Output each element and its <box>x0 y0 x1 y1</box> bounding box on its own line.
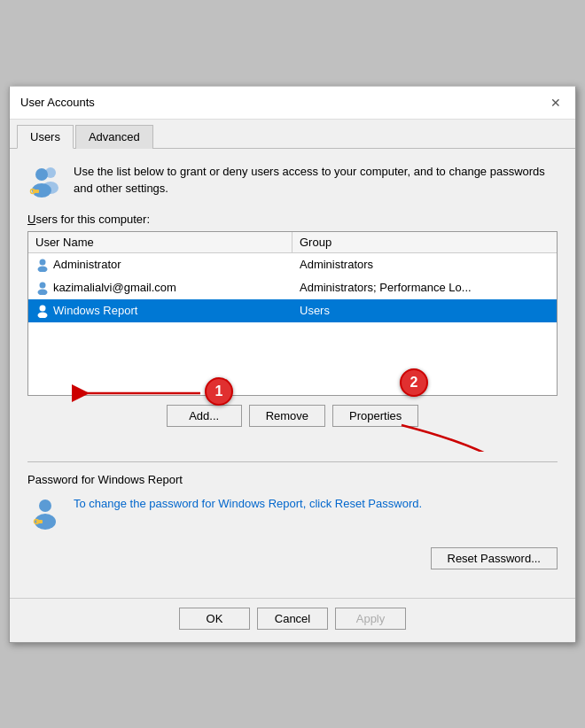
svg-point-9 <box>38 289 48 295</box>
cell-group-0: Administrators <box>292 256 557 274</box>
section-label-rest: sers for this computer: <box>35 213 150 226</box>
table-header: User Name Group <box>28 232 557 253</box>
reset-btn-row: Reset Password... <box>27 547 558 569</box>
remove-button[interactable]: Remove <box>249 405 325 427</box>
password-user-icon <box>27 495 63 531</box>
tab-advanced[interactable]: Advanced <box>75 125 153 149</box>
main-content: Use the list below to grant or deny user… <box>10 149 575 598</box>
cell-username-1: kazimalialvi@gmail.com <box>28 279 292 297</box>
user-accounts-window: User Accounts ✕ Users Advanced <box>9 86 576 643</box>
password-title: Password for Windows Report <box>27 473 558 486</box>
cell-username-2: Windows Report <box>28 302 292 320</box>
user-icon-0 <box>35 258 50 272</box>
reset-password-button[interactable]: Reset Password... <box>431 547 558 569</box>
table-row[interactable]: Administrator Administrators <box>28 253 557 276</box>
svg-point-6 <box>40 259 46 265</box>
divider <box>27 461 558 462</box>
properties-button[interactable]: Properties <box>332 405 418 427</box>
info-icon <box>27 163 63 198</box>
svg-point-12 <box>39 500 51 512</box>
table-body: Administrator Administrators kazimalialv… <box>28 253 557 395</box>
bottom-buttons: OK Cancel Apply <box>10 598 575 642</box>
password-text: To change the password for Windows Repor… <box>74 495 558 513</box>
cell-group-1: Administrators; Performance Lo... <box>292 279 557 297</box>
ok-button[interactable]: OK <box>179 608 250 630</box>
table-row-selected[interactable]: Windows Report Users <box>28 299 557 322</box>
password-section: Password for Windows Report To change th… <box>27 473 558 569</box>
annotation-1: 1 <box>205 377 233 406</box>
user-icon-1 <box>35 281 50 295</box>
annotation-2: 2 <box>400 368 428 397</box>
password-row: To change the password for Windows Repor… <box>27 495 558 533</box>
user-table: User Name Group Administrator Administra… <box>27 231 558 396</box>
svg-point-8 <box>40 282 46 288</box>
col-username: User Name <box>28 232 292 252</box>
title-bar: User Accounts ✕ <box>10 87 575 120</box>
table-row[interactable]: kazimalialvi@gmail.com Administrators; P… <box>28 276 557 299</box>
svg-point-11 <box>38 312 48 318</box>
tab-bar: Users Advanced <box>10 120 575 149</box>
close-button[interactable]: ✕ <box>547 94 565 112</box>
section-label: Users for this computer: <box>27 213 558 226</box>
svg-point-2 <box>35 168 48 181</box>
info-text: Use the list below to grant or deny user… <box>74 163 558 197</box>
section-label-u: U <box>27 213 35 226</box>
user-table-wrapper: User Name Group Administrator Administra… <box>27 231 558 396</box>
info-row: Use the list below to grant or deny user… <box>27 163 558 198</box>
svg-point-7 <box>38 266 48 272</box>
user-icon-2 <box>35 304 50 318</box>
tab-users[interactable]: Users <box>17 125 74 149</box>
password-icon <box>27 495 63 533</box>
window-title: User Accounts <box>20 96 95 109</box>
cancel-button[interactable]: Cancel <box>257 608 328 630</box>
svg-rect-4 <box>33 190 39 193</box>
cell-username-0: Administrator <box>28 256 292 274</box>
cell-group-2: Users <box>292 302 557 320</box>
user-action-buttons: Add... Remove Properties <box>27 405 558 427</box>
apply-button[interactable]: Apply <box>335 608 406 630</box>
svg-point-10 <box>40 305 46 311</box>
col-group: Group <box>292 232 557 252</box>
add-button[interactable]: Add... <box>167 405 242 427</box>
